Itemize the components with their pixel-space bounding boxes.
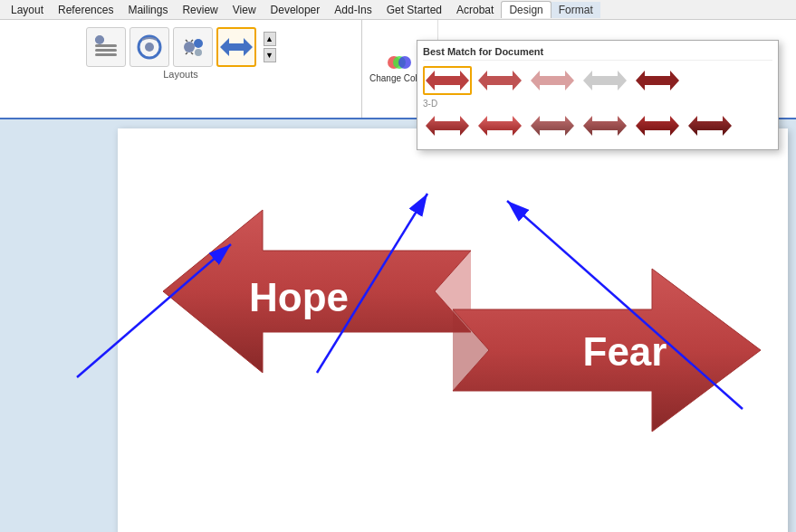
menu-layout[interactable]: Layout bbox=[4, 2, 51, 18]
svg-marker-15 bbox=[478, 71, 522, 90]
svg-point-7 bbox=[184, 42, 195, 52]
right-arrow-shape[interactable]: Fear bbox=[417, 255, 761, 445]
svg-point-4 bbox=[95, 35, 104, 44]
style-3d-thumb-3[interactable] bbox=[528, 111, 577, 140]
style-thumb-3[interactable] bbox=[528, 66, 577, 95]
menu-developer[interactable]: Developer bbox=[264, 2, 328, 18]
popup-title: Best Match for Document bbox=[423, 46, 772, 61]
layouts-label: Layouts bbox=[163, 69, 198, 80]
scroll-down-btn[interactable]: ▼ bbox=[264, 48, 276, 62]
smartart-area: Hope Fear bbox=[163, 201, 761, 445]
menu-mailings[interactable]: Mailings bbox=[120, 2, 175, 18]
menu-bar: Layout References Mailings Review View D… bbox=[0, 0, 796, 20]
svg-marker-23 bbox=[636, 116, 679, 136]
svg-marker-14 bbox=[426, 71, 469, 90]
style-thumb-4[interactable] bbox=[580, 66, 629, 95]
svg-rect-2 bbox=[95, 49, 117, 52]
layout-circle-btn[interactable] bbox=[129, 27, 169, 67]
svg-rect-3 bbox=[95, 53, 117, 56]
ribbon-scrollbar[interactable]: ▲ ▼ bbox=[264, 32, 276, 62]
svg-point-8 bbox=[194, 39, 203, 48]
svg-point-6 bbox=[145, 43, 154, 52]
svg-marker-22 bbox=[583, 116, 627, 136]
ribbon: ▲ ▼ Layouts Change Colors Best Match for… bbox=[0, 20, 796, 119]
svg-rect-1 bbox=[95, 44, 117, 47]
popup-row-2 bbox=[423, 111, 772, 140]
svg-text:Fear: Fear bbox=[583, 329, 667, 374]
ribbon-layouts-section: ▲ ▼ Layouts bbox=[0, 20, 362, 118]
svg-marker-19 bbox=[426, 116, 469, 136]
svg-marker-24 bbox=[688, 116, 732, 136]
style-thumb-2[interactable] bbox=[475, 66, 524, 95]
style-thumb-1[interactable] bbox=[423, 66, 472, 95]
popup-row-1 bbox=[423, 66, 772, 95]
svg-text:Hope: Hope bbox=[249, 275, 349, 319]
style-3d-thumb-5[interactable] bbox=[633, 111, 682, 140]
menu-view[interactable]: View bbox=[225, 2, 264, 18]
menu-add-ins[interactable]: Add-Ins bbox=[327, 2, 379, 18]
menu-get-started[interactable]: Get Started bbox=[379, 2, 449, 18]
menu-format[interactable]: Format bbox=[551, 2, 600, 18]
svg-point-9 bbox=[195, 49, 202, 56]
svg-marker-21 bbox=[531, 116, 574, 136]
scroll-up-btn[interactable]: ▲ bbox=[264, 32, 276, 46]
ribbon-icons-row: ▲ ▼ bbox=[86, 27, 276, 67]
document-page: Hope Fear bbox=[118, 128, 788, 532]
style-3d-thumb-2[interactable] bbox=[475, 111, 524, 140]
svg-marker-18 bbox=[636, 71, 679, 90]
styles-popup: Best Match for Document bbox=[417, 40, 779, 150]
layout-gear-btn[interactable] bbox=[173, 27, 213, 67]
style-thumb-5[interactable] bbox=[633, 66, 682, 95]
style-3d-thumb-1[interactable] bbox=[423, 111, 472, 140]
menu-acrobat[interactable]: Acrobat bbox=[449, 2, 501, 18]
menu-design[interactable]: Design bbox=[501, 1, 551, 18]
document-area: Hope Fear bbox=[0, 119, 796, 532]
svg-point-13 bbox=[398, 56, 411, 69]
style-3d-thumb-4[interactable] bbox=[580, 111, 629, 140]
popup-3d-label: 3-D bbox=[423, 99, 772, 109]
layout-list-btn[interactable] bbox=[86, 27, 126, 67]
layout-arrows-btn[interactable] bbox=[216, 27, 256, 67]
style-3d-thumb-6[interactable] bbox=[686, 111, 734, 140]
svg-marker-20 bbox=[478, 116, 522, 136]
svg-marker-17 bbox=[583, 71, 627, 90]
menu-review[interactable]: Review bbox=[175, 2, 225, 18]
svg-marker-16 bbox=[531, 71, 574, 90]
menu-references[interactable]: References bbox=[51, 2, 120, 18]
svg-marker-10 bbox=[220, 38, 253, 56]
